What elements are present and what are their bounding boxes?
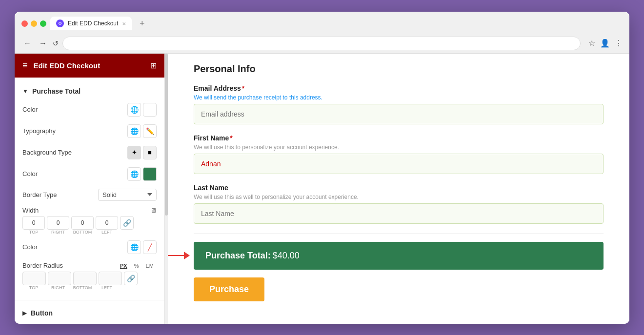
border-radius-right-input[interactable]: [48, 272, 71, 285]
hamburger-icon[interactable]: ≡: [22, 60, 28, 71]
first-name-hint: We will use this to personalize your acc…: [194, 144, 604, 151]
width-left-input[interactable]: [96, 216, 118, 230]
br-top-label: TOP: [22, 285, 45, 290]
unit-pct-button[interactable]: %: [131, 262, 142, 270]
browser-chrome: ⚙ Edit EDD Checkout × + ← → ↺ ☆ 👤 ⋮: [15, 12, 629, 54]
unit-px-button[interactable]: PX: [117, 262, 130, 270]
email-field-group: Email Address* We will send the purchase…: [194, 84, 604, 124]
purchase-total-section: ▼ Purchase Total Color 🌐 Typography 🌐: [15, 78, 164, 300]
sidebar: ≡ Edit EDD Checkout ⊞ ▼ Purchase Total C…: [15, 54, 165, 324]
border-color-actions: 🌐 ╱: [127, 240, 157, 254]
browser-toolbar: ← → ↺ ☆ 👤 ⋮: [15, 34, 629, 54]
width-row: Width 🖥: [22, 205, 157, 216]
bg-solid-btn[interactable]: ■: [143, 146, 157, 159]
first-name-field-group: First Name* We will use this to personal…: [194, 134, 604, 174]
color-actions: 🌐: [127, 103, 157, 117]
border-type-select[interactable]: Solid: [98, 189, 157, 201]
color-swatch-white[interactable]: [143, 103, 157, 117]
email-input[interactable]: [194, 104, 604, 124]
color-label: Color: [22, 106, 127, 113]
dim-bottom-label: BOTTOM: [71, 230, 94, 235]
bg-gradient-btn[interactable]: ✦: [127, 146, 141, 159]
width-right-input[interactable]: [47, 216, 69, 230]
border-color-label: Color: [22, 243, 127, 251]
color-control-row: Color 🌐: [22, 99, 157, 120]
border-radius-header: Border Radius PX % EM: [22, 260, 157, 272]
globe-icon[interactable]: 🌐: [127, 103, 141, 117]
width-section: Width 🖥 🔗 TOP RIGHT BOTTOM LEF: [22, 205, 157, 236]
email-label: Email Address*: [194, 84, 604, 92]
back-button[interactable]: ←: [21, 38, 33, 49]
arrow-line: [168, 255, 184, 256]
border-type-row: Border Type Solid: [22, 185, 157, 205]
purchase-button[interactable]: Purchase: [194, 277, 264, 301]
menu-icon[interactable]: ⋮: [615, 39, 623, 48]
border-radius-left-input[interactable]: [99, 272, 122, 285]
first-name-label: First Name*: [194, 134, 604, 142]
email-required-star: *: [242, 84, 244, 92]
purchase-total-header[interactable]: ▼ Purchase Total: [22, 83, 157, 99]
close-button[interactable]: [21, 20, 28, 27]
traffic-lights: [21, 20, 46, 27]
purchase-total-title: Purchase Total: [32, 87, 80, 95]
forward-button[interactable]: →: [37, 38, 49, 49]
bg-color-swatch-green[interactable]: [143, 167, 157, 181]
section-collapse-arrow: ▼: [22, 88, 28, 95]
typography-globe-icon[interactable]: 🌐: [127, 124, 141, 138]
email-hint: We will send the purchase receipt to thi…: [194, 94, 604, 101]
personal-info-heading: Personal Info: [194, 63, 604, 75]
border-color-slash-icon[interactable]: ╱: [143, 240, 157, 254]
last-name-input[interactable]: [194, 203, 604, 224]
border-radius-bottom-input[interactable]: [73, 272, 97, 285]
purchase-total-amount: $40.00: [273, 251, 300, 261]
br-right-label: RIGHT: [47, 285, 69, 290]
background-color-label: Color: [22, 170, 127, 177]
width-top-input[interactable]: [22, 216, 45, 230]
bg-color-globe-icon[interactable]: 🌐: [127, 167, 141, 181]
typography-edit-icon[interactable]: ✏️: [143, 124, 157, 138]
link-dimensions-icon[interactable]: 🔗: [120, 216, 134, 230]
reload-button[interactable]: ↺: [53, 39, 59, 47]
link-radius-icon[interactable]: 🔗: [124, 272, 138, 285]
divider: [194, 234, 604, 234]
typography-control-row: Typography 🌐 ✏️: [22, 120, 157, 142]
dimension-labels: TOP RIGHT BOTTOM LEFT: [22, 230, 157, 236]
first-name-input[interactable]: [194, 154, 604, 174]
minimize-button[interactable]: [31, 20, 37, 27]
grid-icon[interactable]: ⊞: [150, 61, 157, 70]
typography-actions: 🌐 ✏️: [127, 124, 157, 138]
titlebar: ⚙ Edit EDD Checkout × +: [15, 12, 629, 34]
preview-area: Personal Info Email Address* We will sen…: [168, 54, 629, 324]
new-tab-button[interactable]: +: [136, 17, 149, 31]
first-name-required-star: *: [230, 134, 232, 142]
purchase-total-banner: Purchase Total: $40.00: [194, 242, 604, 270]
profile-icon[interactable]: 👤: [600, 39, 610, 48]
dim-right-label: RIGHT: [47, 230, 69, 235]
button-section-title: Button: [31, 309, 53, 317]
maximize-button[interactable]: [40, 20, 46, 27]
last-name-label: Last Name: [194, 184, 604, 192]
button-section: ▶ Button: [15, 300, 164, 324]
border-type-label: Border Type: [22, 191, 98, 198]
bookmark-icon[interactable]: ☆: [588, 39, 595, 48]
border-color-globe-icon[interactable]: 🌐: [127, 240, 141, 254]
tab-label: Edit EDD Checkout: [68, 20, 118, 27]
width-bottom-input[interactable]: [71, 216, 94, 230]
browser-tab[interactable]: ⚙ Edit EDD Checkout ×: [50, 17, 132, 30]
browser-window: ⚙ Edit EDD Checkout × + ← → ↺ ☆ 👤 ⋮ ≡ Ed: [15, 12, 629, 324]
dimension-inputs: 🔗: [22, 216, 157, 230]
border-radius-top-input[interactable]: [22, 272, 46, 285]
background-type-label: Background Type: [22, 149, 127, 156]
tab-close-button[interactable]: ×: [122, 20, 126, 27]
monitor-icon: 🖥: [150, 207, 157, 214]
br-bottom-label: BOTTOM: [71, 285, 94, 290]
border-radius-inputs: 🔗: [22, 272, 157, 285]
background-color-row: Color 🌐: [22, 163, 157, 185]
address-bar[interactable]: [62, 37, 581, 50]
sidebar-header: ≡ Edit EDD Checkout ⊞: [15, 54, 164, 78]
button-section-header[interactable]: ▶ Button: [22, 305, 157, 321]
border-color-row: Color 🌐 ╱: [22, 236, 157, 258]
toolbar-actions: ☆ 👤 ⋮: [588, 39, 623, 48]
last-name-hint: We will use this as well to personalize …: [194, 194, 604, 200]
unit-em-button[interactable]: EM: [143, 262, 157, 270]
